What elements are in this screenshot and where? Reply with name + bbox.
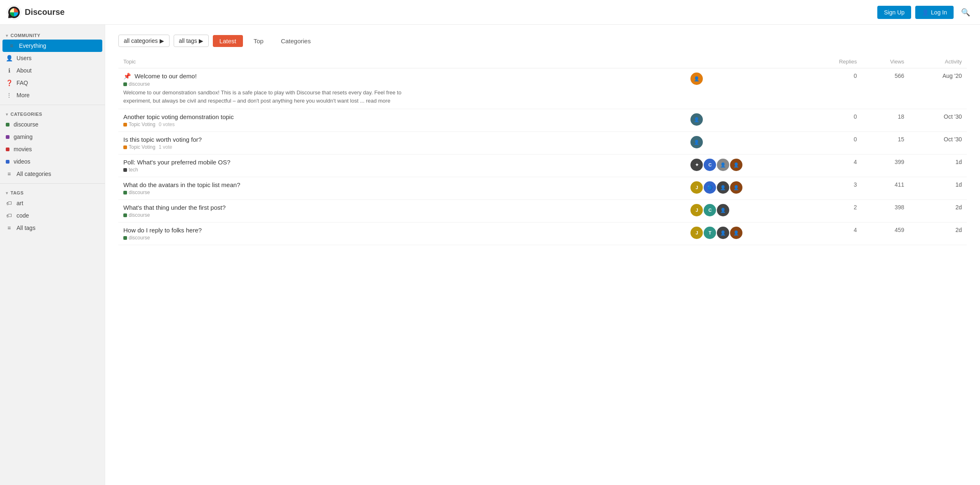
avatar: 👤 — [730, 181, 742, 194]
about-icon: ℹ — [6, 67, 12, 74]
sidebar-cat-label: gaming — [14, 134, 33, 140]
avatars: JC👤 — [690, 204, 802, 216]
views-cell: 566 — [862, 68, 909, 109]
community-section-header[interactable]: ▾ COMMUNITY — [0, 30, 105, 40]
sidebar-item-gaming[interactable]: gaming — [0, 131, 105, 143]
category-badge[interactable]: tech — [123, 167, 138, 173]
videos-color-dot — [6, 160, 9, 164]
replies-cell: 4 — [807, 155, 862, 177]
activity-cell: Oct '30 — [909, 109, 967, 132]
tab-categories[interactable]: Categories — [274, 35, 318, 47]
category-label: discourse — [129, 235, 150, 241]
sidebar-item-label: FAQ — [16, 80, 28, 86]
community-section-label: COMMUNITY — [11, 33, 40, 38]
table-row: What do the avatars in the topic list me… — [118, 177, 967, 200]
header: Discourse Sign Up 👤 Log In 🔍 — [0, 0, 980, 25]
logo[interactable]: Discourse — [7, 5, 65, 20]
sidebar-item-more[interactable]: ⋮ More — [0, 89, 105, 101]
category-badge[interactable]: discourse — [123, 235, 150, 241]
sidebar-item-faq[interactable]: ❓ FAQ — [0, 77, 105, 89]
topic-title[interactable]: Another topic voting demonstration topic — [123, 113, 681, 120]
sidebar-item-discourse[interactable]: discourse — [0, 118, 105, 131]
category-label: Topic Voting — [129, 144, 155, 150]
categories-section-header[interactable]: ▾ CATEGORIES — [0, 108, 105, 118]
replies-cell: 0 — [807, 132, 862, 155]
categories-filter[interactable]: all categories ▶ — [118, 35, 170, 47]
views-cell: 15 — [862, 132, 909, 155]
category-label: discourse — [129, 212, 150, 218]
topic-title[interactable]: What do the avatars in the topic list me… — [123, 181, 681, 188]
logo-icon — [7, 5, 21, 20]
topic-title[interactable]: Poll: What's your preferred mobile OS? — [123, 159, 681, 166]
topic-title[interactable]: What's that thing under the first post? — [123, 204, 681, 211]
header-right: Sign Up 👤 Log In 🔍 — [877, 6, 973, 19]
gaming-color-dot — [6, 135, 9, 139]
views-header: Views — [862, 55, 909, 68]
tags-section-header[interactable]: ▾ TAGS — [0, 187, 105, 197]
sidebar-item-all-categories[interactable]: ≡ All categories — [0, 168, 105, 180]
sidebar-divider-2 — [0, 183, 105, 184]
login-button[interactable]: 👤 Log In — [915, 6, 954, 19]
sidebar-cat-label: movies — [14, 146, 32, 152]
signup-button[interactable]: Sign Up — [877, 6, 911, 19]
sidebar: ▾ COMMUNITY ≡ Everything 👤 Users ℹ About… — [0, 25, 105, 255]
art-tag-icon: 🏷 — [6, 200, 12, 206]
tab-latest[interactable]: Latest — [213, 35, 243, 47]
avatars: JT👤👤 — [690, 227, 802, 239]
votes-badge: 0 votes — [159, 122, 175, 127]
sidebar-item-users[interactable]: 👤 Users — [0, 52, 105, 64]
sidebar-cat-label: videos — [14, 158, 30, 165]
sidebar-item-code[interactable]: 🏷 code — [0, 209, 105, 222]
avatar: J — [690, 204, 703, 216]
category-badge[interactable]: discourse — [123, 190, 150, 195]
more-icon: ⋮ — [6, 92, 12, 98]
avatar: 👤 — [717, 204, 729, 216]
table-row: 📌 Welcome to our demo!discourseWelcome t… — [118, 68, 967, 109]
tags-filter[interactable]: all tags ▶ — [174, 35, 209, 47]
avatar: J — [690, 181, 703, 194]
avatar: C — [704, 159, 716, 171]
sidebar-cat-label: discourse — [14, 121, 38, 128]
search-button[interactable]: 🔍 — [958, 6, 973, 19]
topics-list: 📌 Welcome to our demo!discourseWelcome t… — [118, 68, 967, 245]
topic-title[interactable]: 📌 Welcome to our demo! — [123, 73, 681, 80]
sidebar-item-everything[interactable]: ≡ Everything — [2, 40, 102, 52]
avatar: 👤 — [730, 227, 742, 239]
tab-top[interactable]: Top — [247, 35, 270, 47]
sidebar-item-movies[interactable]: movies — [0, 143, 105, 155]
replies-cell: 0 — [807, 109, 862, 132]
community-chevron-icon: ▾ — [6, 33, 8, 38]
sidebar-item-about[interactable]: ℹ About — [0, 64, 105, 77]
category-badge[interactable]: discourse — [123, 81, 150, 87]
table-row: What's that thing under the first post?d… — [118, 200, 967, 223]
sidebar-item-videos[interactable]: videos — [0, 155, 105, 168]
topic-title[interactable]: How do I reply to folks here? — [123, 227, 681, 234]
tags-section-label: TAGS — [11, 190, 24, 195]
all-tags-icon: ≡ — [6, 225, 12, 231]
avatars: 👤 — [690, 73, 802, 85]
sidebar-item-all-tags[interactable]: ≡ All tags — [0, 222, 105, 234]
avatar: 🔵 — [704, 181, 716, 194]
avatars: 👤 — [690, 113, 802, 126]
category-badge[interactable]: Topic Voting — [123, 122, 155, 127]
avatar: 👤 — [690, 113, 703, 126]
sidebar-tag-label: code — [16, 212, 29, 219]
category-color-dot — [123, 168, 127, 172]
sidebar-tag-label: All tags — [16, 225, 35, 231]
everything-icon: ≡ — [8, 42, 15, 49]
category-badge[interactable]: Topic Voting — [123, 144, 155, 150]
category-badge[interactable]: discourse — [123, 212, 150, 218]
avatars: ✦C👤👤 — [690, 159, 802, 171]
user-icon: 👤 — [922, 9, 929, 16]
avatar: 👤 — [717, 159, 729, 171]
table-row: How do I reply to folks here?discourseJT… — [118, 223, 967, 245]
category-color-dot — [123, 145, 127, 149]
topic-meta: tech — [123, 167, 681, 173]
sidebar-item-label: Users — [16, 55, 32, 61]
topic-title[interactable]: Is this topic worth voting for? — [123, 136, 681, 143]
category-color-dot — [123, 123, 127, 127]
sidebar-tag-label: art — [16, 200, 23, 206]
sidebar-item-art[interactable]: 🏷 art — [0, 197, 105, 209]
users-icon: 👤 — [6, 55, 12, 61]
table-row: Is this topic worth voting for?Topic Vot… — [118, 132, 967, 155]
